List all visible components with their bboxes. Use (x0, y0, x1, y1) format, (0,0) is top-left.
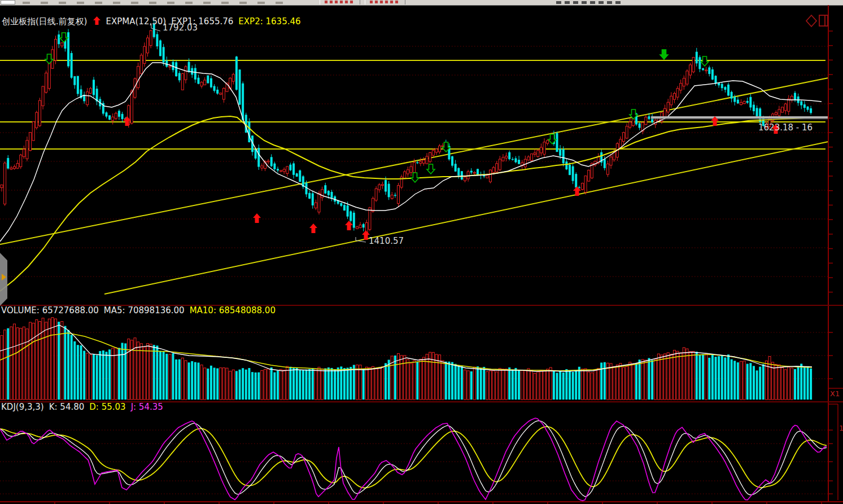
kdj-k-value: K: 54.80 (49, 402, 85, 412)
buy-signal-icon (93, 16, 101, 25)
exp2-value: EXP2: 1635.46 (238, 16, 300, 27)
kdj-d-value: D: 55.03 (89, 402, 125, 412)
volume-scale-tag: X1 (830, 389, 840, 398)
expand-arrow-icon (2, 274, 6, 281)
kdj-lines (0, 418, 827, 501)
window-restore-icon[interactable] (819, 15, 828, 26)
signal-arrows (45, 33, 780, 240)
indicator-label: EXPMA(12,50) (106, 16, 166, 27)
kdj-header: KDJ(9,3,3)K: 54.80D: 55.03J: 54.35 (1, 402, 168, 412)
volume-bars (1, 318, 812, 400)
label-leaders (151, 24, 366, 242)
symbol-title: 创业板指(日线.前复权) (2, 16, 87, 27)
volume-ma5-value: MA5: 70898136.00 (104, 305, 185, 315)
chart-canvas[interactable] (0, 0, 843, 504)
last-price-label: 1623.18 - 16 (758, 122, 828, 133)
diamond-icon[interactable] (806, 15, 816, 27)
kdj-scale-digit: 1 (839, 424, 843, 432)
main-chart-header: 创业板指(日线.前复权)EXPMA(12,50)EXP1: 1655.76EXP… (2, 16, 306, 27)
low-price-label: 1410.57 (369, 236, 404, 246)
trading-app-window: 创业板指(日线.前复权)EXPMA(12,50)EXP1: 1655.76EXP… (0, 0, 843, 504)
volume-value: VOLUME: 65727688.00 (1, 305, 99, 315)
kdj-j-value: J: 54.35 (131, 402, 163, 412)
kdj-indicator-label: KDJ(9,3,3) (1, 402, 44, 412)
high-price-label: 1792.03 (163, 23, 198, 33)
volume-ma10-value: MA10: 68548088.00 (190, 305, 276, 315)
grid-lines (0, 46, 828, 494)
sidebar-expand-handle[interactable] (0, 253, 7, 306)
volume-header: VOLUME: 65727688.00MA5: 70898136.00MA10:… (1, 306, 281, 315)
